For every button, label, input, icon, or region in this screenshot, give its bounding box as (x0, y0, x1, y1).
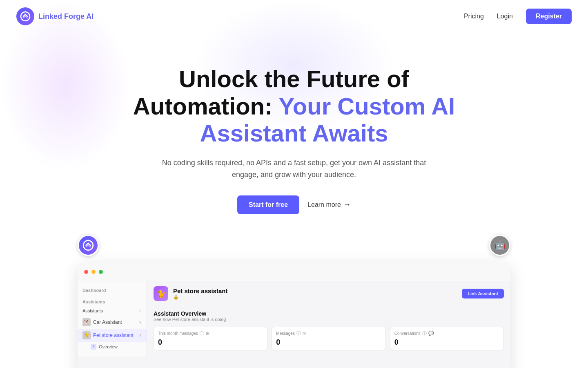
dash-card-conversations: Conversations ⓘ 💬 0 (390, 327, 504, 350)
card-value-conversations: 0 (394, 338, 499, 347)
dashboard-preview: Dashboard Assistants Assistants + 🐕 Car … (78, 263, 510, 368)
dash-cards: This month messages ⓘ ⊞ 0 Messages ⓘ ✉ 0 (147, 323, 510, 354)
hero-subtitle: No coding skills required, no APIs and a… (155, 157, 433, 181)
logo-icon (16, 7, 34, 25)
logo-main-text: Linked (38, 12, 62, 20)
copy-icon-1: ⊞ (206, 331, 209, 336)
car-assistant-label: Car Assistant (93, 319, 122, 325)
overview-subtitle: See how Pet store assistant is doing (154, 317, 504, 322)
assistant-lock-icon: 🔒 (173, 294, 227, 300)
sidebar-item-car-assistant[interactable]: 🐕 Car Assistant ∨ (78, 316, 147, 329)
logo-svg (20, 11, 31, 22)
card-value-messages: 0 (276, 338, 381, 347)
pet-store-icon: 🐈 (82, 331, 91, 339)
dot-yellow (91, 270, 96, 274)
dash-card-messages-month: This month messages ⓘ ⊞ 0 (154, 327, 267, 350)
dash-card-messages: Messages ⓘ ✉ 0 (272, 327, 385, 350)
hero-section: Unlock the Future of Automation: Your Cu… (0, 33, 588, 214)
dashboard-body: Dashboard Assistants Assistants + 🐕 Car … (78, 281, 510, 357)
email-icon-2: ✉ (303, 331, 306, 336)
link-assistant-button[interactable]: Link Assistant (462, 289, 504, 298)
pricing-link[interactable]: Pricing (464, 13, 484, 20)
sidebar-item-pet-store[interactable]: 🐈 Pet store assistant ∧ (78, 329, 147, 342)
preview-logo-left (78, 235, 99, 256)
navbar: Linked Forge AI Pricing Login Register (0, 0, 588, 33)
info-icon-1: ⓘ (200, 330, 204, 337)
chat-icon-3: 💬 (428, 331, 434, 336)
card-label-messages: Messages ⓘ ✉ (276, 330, 381, 337)
login-link[interactable]: Login (497, 13, 513, 20)
learn-more-text: Learn more (307, 201, 341, 209)
info-icon-3: ⓘ (422, 330, 427, 337)
logo-accent-text: Forge AI (64, 12, 94, 20)
hero-actions: Start for free Learn more → (237, 195, 351, 214)
logo-link[interactable]: Linked Forge AI (16, 7, 94, 25)
learn-more-button[interactable]: Learn more → (307, 200, 351, 209)
sidebar-sub-overview[interactable]: ≡ Overview (78, 342, 147, 352)
overview-sub-label: Overview (99, 344, 118, 349)
pet-chevron-icon: ∧ (139, 333, 142, 337)
card-value-messages-month: 0 (158, 338, 263, 347)
dash-sidebar: Dashboard Assistants Assistants + 🐕 Car … (78, 281, 147, 357)
hero-title-line2-accent: Your Custom AI (278, 93, 455, 119)
assistant-title-block: Pet store assistant 🔒 (173, 287, 227, 300)
card-label-conversations: Conversations ⓘ 💬 (394, 330, 499, 337)
sidebar-dashboard-label: Dashboard (78, 286, 147, 294)
info-icon-2: ⓘ (296, 330, 301, 337)
dashboard-topbar (78, 263, 510, 281)
hero-title: Unlock the Future of Automation: Your Cu… (133, 65, 455, 147)
sidebar-assistants-label: Assistants (78, 298, 147, 306)
assistant-title: Pet store assistant (173, 287, 227, 294)
hero-title-line1: Unlock the Future of (179, 65, 409, 92)
hero-title-line3: Assistant Awaits (200, 120, 388, 146)
nav-links: Pricing Login Register (464, 9, 572, 24)
dash-main-header: 🐈 Pet store assistant 🔒 Link Assistant (147, 281, 510, 306)
preview-wrapper: 🤖 Dashboard Assistants Assistants + 🐕 Ca… (0, 239, 588, 368)
car-assistant-icon: 🐕 (82, 318, 91, 326)
hero-title-line2-plain: Automation: (133, 93, 279, 119)
card-label-messages-month: This month messages ⓘ ⊞ (158, 330, 263, 337)
pet-store-label: Pet store assistant (93, 332, 134, 338)
dot-red (84, 270, 88, 274)
logo-text: Linked Forge AI (38, 12, 94, 21)
car-chevron-icon: ∨ (139, 320, 142, 324)
arrow-icon: → (343, 200, 351, 209)
plus-icon[interactable]: + (138, 307, 142, 314)
dash-main: 🐈 Pet store assistant 🔒 Link Assistant A… (147, 281, 510, 357)
dot-green (99, 270, 103, 274)
sidebar-assistants-item: Assistants (82, 308, 138, 313)
overview-title: Assistant Overview (154, 310, 504, 317)
register-button[interactable]: Register (526, 9, 572, 24)
dash-overview-header: Assistant Overview See how Pet store ass… (147, 306, 510, 323)
start-free-button[interactable]: Start for free (237, 195, 299, 214)
preview-avatar-right: 🤖 (489, 235, 510, 256)
assistant-icon-large: 🐈 (154, 286, 168, 301)
overview-sub-icon: ≡ (91, 344, 96, 350)
preview-logo-svg (82, 240, 94, 251)
